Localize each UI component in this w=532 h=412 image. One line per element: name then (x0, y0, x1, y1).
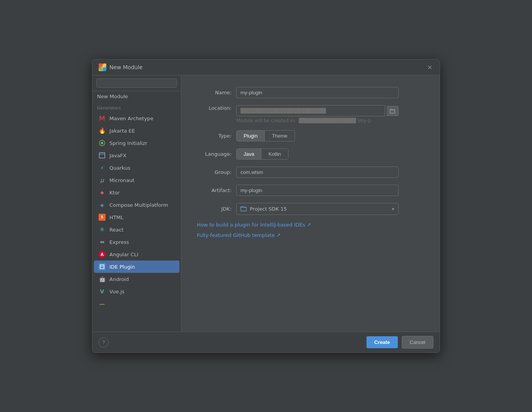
app-icon (99, 63, 106, 71)
sidebar-item-label: React (109, 227, 124, 233)
sidebar-item-javafx[interactable]: JavaFX (94, 149, 179, 162)
micronaut-icon: μ (99, 177, 106, 184)
right-panel: Name: Location: Module w (181, 75, 440, 332)
svg-rect-3 (103, 68, 106, 70)
sidebar-item-react[interactable]: ⚛ React (94, 223, 179, 236)
javafx-icon (99, 152, 106, 159)
module-path-hint: Module will be created in: █████████████… (236, 118, 424, 123)
close-button[interactable]: ✕ (426, 63, 433, 71)
jdk-dropdown-arrow: ▾ (392, 206, 394, 212)
ide-plugin-icon (99, 263, 106, 270)
compose-icon: ◈ (99, 201, 106, 208)
sidebar-item-label: Jakarta EE (109, 128, 135, 134)
intellij-link[interactable]: How to build a plugin for IntelliJ-based… (197, 222, 424, 228)
location-row: Location: (197, 105, 424, 116)
jdk-row: JDK: Project SDK 15 ▾ (197, 203, 424, 215)
svg-rect-2 (99, 68, 102, 70)
search-input[interactable] (96, 78, 177, 88)
sidebar-item-label: HTML (109, 215, 123, 220)
language-row: Language: Java Kotlin (197, 148, 424, 160)
new-module-dialog: New Module ✕ New Module Generators M Mav… (92, 59, 440, 353)
sidebar-item-vue[interactable]: V Vue.js (94, 285, 179, 298)
artifact-label: Artifact: (197, 187, 232, 193)
sidebar-item-label: Spring Initializr (109, 140, 147, 146)
angular-icon: A (99, 251, 106, 258)
svg-rect-10 (390, 110, 395, 113)
html-icon: 5 (99, 214, 106, 221)
jdk-label: JDK: (197, 206, 232, 212)
new-module-label: New Module (92, 91, 181, 102)
sidebar-item-label: Ktor (109, 190, 120, 196)
sidebar-list: M Maven Archetype 🔥 Jakarta EE Spring In… (92, 112, 181, 332)
group-row: Group: (197, 167, 424, 178)
sidebar-item-label: Quarkus (109, 165, 130, 171)
sidebar-item-angular[interactable]: A Angular CLI (94, 248, 179, 260)
sidebar-item-label: Maven Archetype (109, 116, 153, 121)
sidebar-item-label: Android (109, 276, 129, 282)
name-input[interactable] (236, 87, 399, 98)
group-label: Group: (197, 169, 232, 175)
svg-rect-1 (103, 64, 106, 67)
dialog-title: New Module (109, 64, 143, 70)
sidebar-item-maven[interactable]: M Maven Archetype (94, 112, 179, 124)
sidebar-item-jakarta[interactable]: 🔥 Jakarta EE (94, 124, 179, 137)
jdk-select[interactable]: Project SDK 15 ▾ (236, 203, 399, 215)
sidebar-item-spring[interactable]: Spring Initializr (94, 137, 179, 149)
language-kotlin-button[interactable]: Kotlin (261, 149, 288, 159)
sidebar-item-express[interactable]: ex Express (94, 236, 179, 248)
location-label: Location: (197, 105, 232, 111)
language-toggle-group: Java Kotlin (236, 148, 288, 160)
type-theme-button[interactable]: Theme (265, 131, 294, 141)
quarkus-icon: ⚡ (99, 164, 106, 171)
cancel-button[interactable]: Cancel (402, 336, 433, 349)
sidebar-item-micronaut[interactable]: μ Micronaut (94, 174, 179, 186)
bottom-bar: ? Create Cancel (92, 332, 440, 352)
sidebar-item-label: IDE Plugin (109, 264, 135, 270)
maven-icon: M (99, 115, 106, 122)
svg-rect-6 (99, 153, 105, 158)
android-icon: 🤖 (99, 276, 106, 283)
sidebar: New Module Generators M Maven Archetype … (92, 75, 181, 332)
location-input[interactable] (236, 105, 385, 116)
artifact-row: Artifact: (197, 185, 424, 196)
sidebar-item-label: JavaFX (109, 153, 126, 158)
svg-rect-11 (241, 207, 246, 211)
other-icon: — (99, 300, 106, 307)
sidebar-item-ide[interactable]: IDE Plugin (94, 260, 179, 273)
title-bar: New Module ✕ (92, 60, 440, 75)
svg-point-5 (101, 142, 103, 144)
name-row: Name: (197, 87, 424, 98)
sidebar-item-ktor[interactable]: ◆ Ktor (94, 186, 179, 199)
type-toggle-group: Plugin Theme (236, 130, 295, 141)
links-section: How to build a plugin for IntelliJ-based… (197, 222, 424, 238)
artifact-input[interactable] (236, 185, 399, 196)
vue-icon: V (99, 288, 106, 295)
sidebar-item-label: Express (109, 239, 129, 245)
location-input-wrap (236, 105, 399, 116)
sidebar-item-compose[interactable]: ◈ Compose Multiplatform (94, 199, 179, 211)
search-box (92, 75, 181, 91)
type-plugin-button[interactable]: Plugin (237, 131, 265, 141)
generators-label: Generators (92, 102, 181, 112)
ktor-icon: ◆ (99, 189, 106, 196)
browse-button[interactable] (387, 106, 399, 116)
svg-rect-0 (99, 64, 102, 67)
sidebar-item-label: Micronaut (109, 177, 135, 183)
name-label: Name: (197, 90, 232, 95)
sidebar-item-other[interactable]: — (94, 298, 179, 310)
language-label: Language: (197, 151, 232, 157)
help-button[interactable]: ? (99, 337, 109, 347)
sidebar-item-html[interactable]: 5 HTML (94, 211, 179, 223)
folder-icon (390, 108, 395, 114)
sidebar-item-quarkus[interactable]: ⚡ Quarkus (94, 162, 179, 174)
sidebar-item-label: Compose Multiplatform (109, 202, 168, 208)
language-java-button[interactable]: Java (237, 149, 261, 159)
github-template-link[interactable]: Fully-featured GitHub template ↗ (197, 232, 424, 238)
group-input[interactable] (236, 167, 399, 178)
create-button[interactable]: Create (367, 336, 397, 348)
express-icon: ex (99, 238, 106, 245)
title-bar-left: New Module (99, 63, 143, 71)
svg-rect-8 (100, 265, 104, 269)
sidebar-item-android[interactable]: 🤖 Android (94, 273, 179, 285)
sidebar-item-label: Vue.js (109, 289, 124, 295)
